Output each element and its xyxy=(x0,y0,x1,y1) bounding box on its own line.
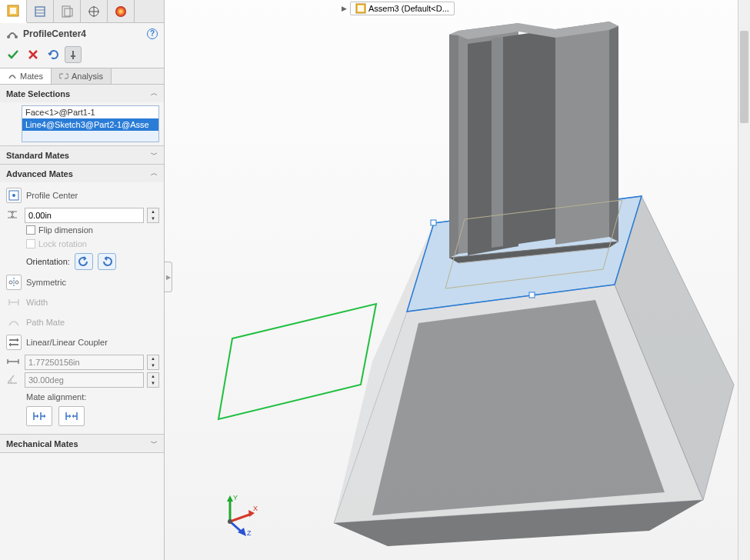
offset-icon xyxy=(6,208,22,222)
triad-x-label: X xyxy=(253,505,258,512)
tab-analysis-label: Analysis xyxy=(72,72,103,81)
model-rendering: + xyxy=(188,0,742,546)
feature-name: ProfileCenter4 xyxy=(23,28,86,39)
checkbox-icon xyxy=(26,225,35,235)
tab-feature-manager[interactable] xyxy=(0,0,27,23)
mate-selection-list[interactable]: Face<1>@Part1-1 Line4@Sketch3@Part2-1@As… xyxy=(22,105,159,142)
angle-value-row: ▲▼ xyxy=(6,372,159,388)
mate-icon xyxy=(6,28,18,40)
svg-rect-2 xyxy=(35,7,45,16)
graphics-viewport[interactable]: ▶ Assem3 (Default<D... ▶ xyxy=(165,0,750,560)
offset-field-row: ▲▼ xyxy=(6,208,159,223)
ok-button[interactable] xyxy=(5,46,22,63)
svg-rect-1 xyxy=(10,8,16,14)
help-icon[interactable]: ? xyxy=(147,28,158,39)
coupler-spinner[interactable]: ▲▼ xyxy=(147,355,159,370)
chevron-down-icon: ﹀ xyxy=(151,438,158,448)
section-standard-mates: Standard Mates ﹀ xyxy=(0,146,164,165)
mate-profile-center[interactable]: Profile Center xyxy=(5,185,159,205)
mate-symmetric[interactable]: Symmetric xyxy=(5,272,159,292)
chevron-up-icon: ︿ xyxy=(151,88,158,98)
selection-item-active[interactable]: Line4@Sketch3@Part2-1@Asse xyxy=(22,118,158,131)
checkbox-label: Lock rotation xyxy=(38,239,87,248)
pin-button[interactable] xyxy=(65,46,82,63)
tab-mates-label: Mates xyxy=(20,72,43,81)
checkbox-label: Flip dimension xyxy=(38,225,93,235)
angle-value-input xyxy=(25,372,144,388)
align-opposed-button[interactable] xyxy=(58,406,85,426)
svg-marker-37 xyxy=(609,22,618,242)
undo-button[interactable] xyxy=(45,46,62,63)
mate-linear-coupler[interactable]: Linear/Linear Coupler xyxy=(5,332,159,352)
tab-mates[interactable]: Mates xyxy=(0,68,52,84)
svg-line-44 xyxy=(230,514,252,522)
mate-label: Profile Center xyxy=(26,191,78,200)
svg-point-48 xyxy=(228,519,232,524)
mate-label: Path Mate xyxy=(26,318,65,327)
section-mate-selections: Mate Selections ︿ Face<1>@Part1-1 Line4@… xyxy=(0,85,164,146)
linear-coupler-icon xyxy=(6,335,22,350)
tab-property-manager[interactable] xyxy=(27,0,54,23)
vertical-scrollbar[interactable] xyxy=(738,0,750,560)
orientation-label: Orientation: xyxy=(26,257,70,266)
chevron-up-icon: ︿ xyxy=(151,168,158,178)
width-icon xyxy=(6,295,22,310)
chevron-down-icon: ﹀ xyxy=(151,150,158,160)
mate-path: Path Mate xyxy=(5,312,159,332)
svg-point-11 xyxy=(7,35,10,38)
section-header-mechanical-mates[interactable]: Mechanical Mates ﹀ xyxy=(0,435,164,452)
tab-display-manager[interactable] xyxy=(108,0,135,23)
distance-icon xyxy=(6,356,22,368)
svg-rect-29 xyxy=(529,292,535,298)
section-title: Advanced Mates xyxy=(6,169,73,178)
svg-marker-41 xyxy=(218,304,376,419)
scrollbar-thumb[interactable] xyxy=(740,31,748,123)
feature-title-row: ProfileCenter4 ? xyxy=(0,23,164,45)
section-advanced-mates: Advanced Mates ︿ Profile Center ▲▼ Flip … xyxy=(0,165,164,435)
rotate-cw-button[interactable] xyxy=(98,253,116,270)
svg-rect-28 xyxy=(431,220,436,225)
checkbox-icon xyxy=(26,239,35,248)
mate-alignment-label: Mate alignment: xyxy=(5,388,159,403)
panel-collapse-handle[interactable]: ▶ xyxy=(165,262,172,292)
selection-item[interactable]: Face<1>@Part1-1 xyxy=(22,106,158,118)
section-title: Mate Selections xyxy=(6,89,70,98)
tab-dimxpert[interactable] xyxy=(81,0,108,23)
coupler-value-input xyxy=(25,355,144,370)
offset-spinner[interactable]: ▲▼ xyxy=(147,208,159,223)
rotate-ccw-button[interactable] xyxy=(75,253,93,270)
path-icon xyxy=(6,315,22,330)
lock-rotation-row: Lock rotation xyxy=(5,237,159,251)
tab-config-manager[interactable] xyxy=(54,0,81,23)
mate-label: Symmetric xyxy=(26,278,66,287)
align-same-button[interactable] xyxy=(26,406,52,426)
action-row xyxy=(0,45,164,68)
section-mechanical-mates: Mechanical Mates ﹀ xyxy=(0,435,164,453)
svg-point-10 xyxy=(115,6,126,17)
svg-marker-43 xyxy=(227,495,233,502)
section-header-mate-selections[interactable]: Mate Selections ︿ xyxy=(0,85,164,102)
mate-width: Width xyxy=(5,292,159,312)
svg-point-12 xyxy=(15,35,18,38)
symmetric-icon xyxy=(6,275,22,290)
view-triad[interactable]: Y X Z xyxy=(215,491,261,537)
section-header-standard-mates[interactable]: Standard Mates ﹀ xyxy=(0,146,164,164)
mate-icon xyxy=(8,72,17,81)
svg-point-17 xyxy=(9,281,12,284)
svg-point-18 xyxy=(15,281,18,284)
sub-tabs: Mates Analysis xyxy=(0,68,164,85)
tab-analysis[interactable]: Analysis xyxy=(52,68,112,84)
cancel-button[interactable] xyxy=(25,46,42,63)
flip-dimension-row[interactable]: Flip dimension xyxy=(5,223,159,237)
svg-rect-6 xyxy=(65,8,72,16)
angle-spinner[interactable]: ▲▼ xyxy=(147,372,159,388)
angle-icon xyxy=(6,374,22,386)
svg-marker-31 xyxy=(449,31,458,258)
profile-center-icon xyxy=(6,188,22,203)
section-title: Standard Mates xyxy=(6,151,69,160)
offset-input[interactable] xyxy=(25,208,144,223)
alignment-row xyxy=(5,403,159,431)
mate-label: Linear/Linear Coupler xyxy=(26,338,108,347)
section-header-advanced-mates[interactable]: Advanced Mates ︿ xyxy=(0,165,164,182)
triad-z-label: Z xyxy=(247,529,252,537)
